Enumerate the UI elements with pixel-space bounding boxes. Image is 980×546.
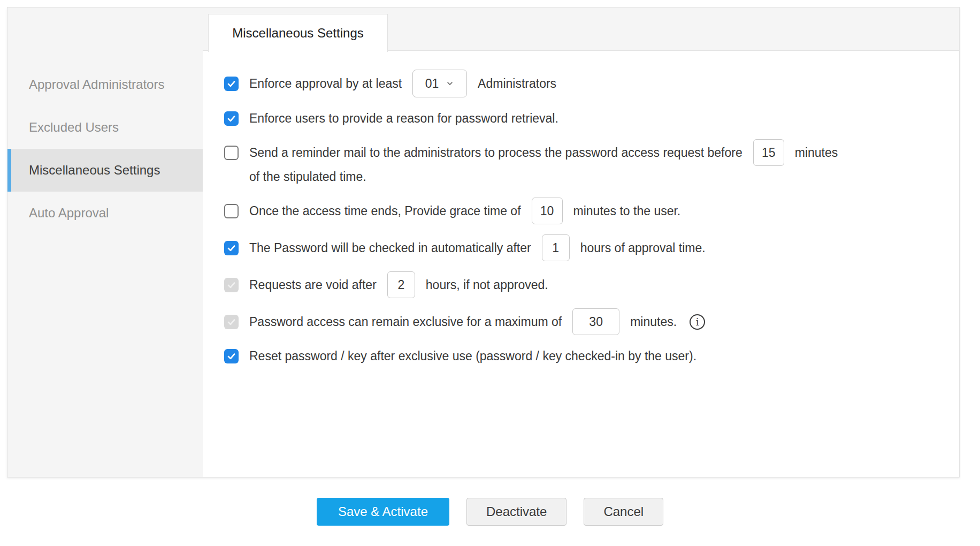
checkbox-reset-password[interactable] [224,349,239,363]
check-icon [226,317,236,327]
auto-checkin-hours-input[interactable] [542,234,570,261]
check-icon [226,113,236,124]
setting-label: hours of approval time. [580,237,706,259]
checkbox-enforce-reason[interactable] [224,111,239,126]
tab-bar: Miscellaneous Settings [203,7,959,51]
setting-row-exclusive-access: Password access can remain exclusive for… [224,308,943,335]
check-icon [226,243,236,253]
setting-label: The Password will be checked in automati… [249,237,531,259]
exclusive-access-minutes-input[interactable] [572,308,619,335]
setting-label: minutes. [630,311,677,332]
grace-time-minutes-input[interactable] [532,198,563,224]
setting-label: Reset password / key after exclusive use… [249,345,696,367]
sidebar: Approval Administrators Excluded Users M… [7,7,203,477]
administrators-count-select[interactable]: 01 [412,70,467,97]
setting-row-reset-password: Reset password / key after exclusive use… [224,345,943,367]
setting-label: minutes [795,142,838,163]
setting-row-enforce-approval: Enforce approval by at least 01 Administ… [224,70,943,97]
footer-actions: Save & Activate Deactivate Cancel [0,498,980,526]
setting-label: Once the access time ends, Provide grace… [249,200,521,222]
setting-row-reminder-mail: Send a reminder mail to the administrato… [224,139,943,187]
sidebar-item-auto-approval[interactable]: Auto Approval [7,192,203,234]
deactivate-button[interactable]: Deactivate [466,498,566,526]
setting-label: minutes to the user. [573,200,681,222]
checkbox-exclusive-access-disabled [224,315,239,329]
setting-label: hours, if not approved. [426,274,548,295]
checkbox-requests-void-disabled [224,278,239,292]
select-value: 01 [425,77,439,91]
save-activate-button[interactable]: Save & Activate [317,498,449,526]
check-icon [226,351,236,361]
sidebar-item-approval-administrators[interactable]: Approval Administrators [7,63,203,106]
checkbox-reminder-mail[interactable] [224,146,239,160]
chevron-down-icon [446,79,454,88]
tab-label: Miscellaneous Settings [232,26,363,41]
sidebar-item-excluded-users[interactable]: Excluded Users [7,106,203,149]
active-item-indicator-bar [7,149,11,192]
settings-panel: Approval Administrators Excluded Users M… [7,7,960,477]
sidebar-item-label: Auto Approval [29,206,109,221]
setting-row-grace-time: Once the access time ends, Provide grace… [224,198,943,224]
check-icon [226,280,236,290]
check-icon [226,79,236,89]
setting-label-line2: of the stipulated time. [249,166,943,187]
setting-row-requests-void: Requests are void after hours, if not ap… [224,271,943,298]
setting-label: Password access can remain exclusive for… [249,311,562,332]
setting-label: Enforce approval by at least [249,73,402,94]
setting-label: Requests are void after [249,274,377,295]
checkbox-grace-time[interactable] [224,204,239,218]
checkbox-auto-checkin[interactable] [224,241,239,255]
info-icon[interactable]: i [690,314,705,330]
setting-label: Send a reminder mail to the administrato… [249,142,742,163]
cancel-button[interactable]: Cancel [584,498,663,526]
sidebar-item-label: Excluded Users [29,120,119,135]
setting-row-enforce-reason: Enforce users to provide a reason for pa… [224,108,943,129]
sidebar-item-label: Miscellaneous Settings [29,163,160,178]
reminder-minutes-input[interactable] [753,139,784,166]
checkbox-enforce-approval[interactable] [224,77,239,91]
tab-miscellaneous-settings[interactable]: Miscellaneous Settings [208,14,388,52]
sidebar-item-label: Approval Administrators [29,77,164,92]
setting-label: Enforce users to provide a reason for pa… [249,108,558,129]
sidebar-item-miscellaneous-settings[interactable]: Miscellaneous Settings [7,149,203,192]
requests-void-hours-input[interactable] [387,271,415,298]
setting-row-auto-checkin: The Password will be checked in automati… [224,234,943,261]
settings-content: Enforce approval by at least 01 Administ… [203,51,959,477]
setting-label: Administrators [478,73,556,94]
